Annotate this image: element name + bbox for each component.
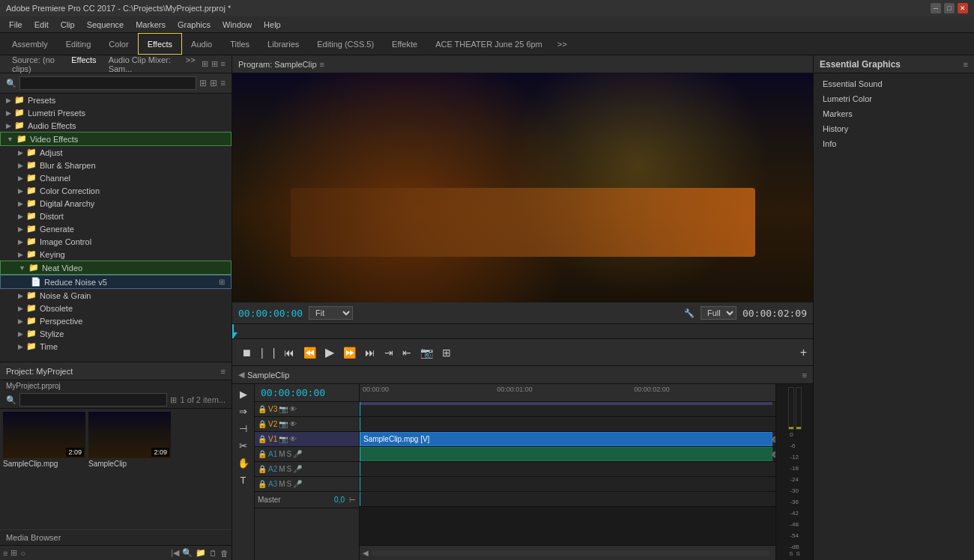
ripple-edit-tool[interactable]: ⊣ bbox=[238, 421, 249, 436]
menu-item-window[interactable]: Window bbox=[217, 16, 258, 32]
effect-category-channel[interactable]: ▶ 📁 Channel bbox=[0, 171, 232, 184]
effects-search-input[interactable] bbox=[19, 76, 196, 90]
effect-category-audio-effects[interactable]: ▶ 📁 Audio Effects bbox=[0, 119, 232, 132]
monitor-fit-select[interactable]: Fit 25% 50% 100% bbox=[309, 306, 353, 320]
menu-item-markers[interactable]: Markers bbox=[130, 16, 172, 32]
project-thumbnail-0[interactable]: 2:09 SampleClip.mpg bbox=[3, 412, 85, 525]
menu-item-edit[interactable]: Edit bbox=[28, 16, 55, 32]
media-browser-label[interactable]: Media Browser bbox=[0, 529, 232, 545]
project-new-item[interactable]: 🗒 bbox=[209, 549, 217, 558]
track-lock-icon[interactable]: 🔒 bbox=[258, 480, 267, 488]
close-button[interactable]: ✕ bbox=[958, 3, 968, 13]
project-delete[interactable]: 🗑 bbox=[220, 549, 229, 558]
effect-category-lumetri-presets[interactable]: ▶ 📁 Lumetri Presets bbox=[0, 106, 232, 119]
effect-category-perspective[interactable]: ▶ 📁 Perspective bbox=[0, 314, 232, 327]
project-slider[interactable]: ○ bbox=[20, 549, 25, 558]
project-list-view[interactable]: ≡ bbox=[3, 549, 7, 558]
effect-category-stylize[interactable]: ▶ 📁 Stylize bbox=[0, 327, 232, 340]
clip-end-handle[interactable] bbox=[772, 436, 775, 442]
video-clip-v1[interactable]: SampleClip.mpg [V] bbox=[360, 432, 772, 446]
track-solo-icon[interactable]: S bbox=[287, 465, 292, 473]
track-eye-icon[interactable]: 👁 bbox=[289, 420, 297, 428]
workspace-tab-libraries[interactable]: Libraries bbox=[258, 33, 308, 55]
go-out-button[interactable]: ⏭ bbox=[362, 345, 378, 360]
track-row-content-a2[interactable] bbox=[360, 462, 775, 477]
track-row-content-v2[interactable] bbox=[360, 417, 775, 432]
eg-item-essential-sound[interactable]: Essential Sound bbox=[814, 76, 974, 91]
effect-category-video-effects[interactable]: ▼ 📁 Video Effects bbox=[0, 132, 232, 146]
track-lock-icon[interactable]: 🔒 bbox=[258, 450, 267, 458]
eg-item-markers[interactable]: Markers bbox=[814, 106, 974, 121]
track-eye-icon[interactable]: 👁 bbox=[289, 435, 297, 443]
menu-item-graphics[interactable]: Graphics bbox=[172, 16, 217, 32]
menu-item-help[interactable]: Help bbox=[258, 16, 287, 32]
timeline-collapse-icon[interactable]: ◀ bbox=[238, 370, 244, 380]
multiview-button[interactable]: ⊞ bbox=[439, 345, 454, 360]
track-camera-icon[interactable]: 📷 bbox=[279, 420, 288, 428]
workspace-tab-audio[interactable]: Audio bbox=[182, 33, 221, 55]
workspace-tab-effects[interactable]: Effects bbox=[138, 33, 182, 55]
track-row-content-a3[interactable] bbox=[360, 477, 775, 492]
workspace-tab-editing[interactable]: Editing bbox=[57, 33, 100, 55]
menu-item-sequence[interactable]: Sequence bbox=[81, 16, 130, 32]
effect-category-digital-anarchy[interactable]: ▶ 📁 Digital Anarchy bbox=[0, 197, 232, 210]
track-lock-icon[interactable]: 🔒 bbox=[258, 420, 267, 428]
minimize-button[interactable]: ─ bbox=[931, 3, 941, 13]
workspace-tab-overflow[interactable]: >> bbox=[551, 40, 573, 49]
track-select-tool[interactable]: ⇒ bbox=[238, 404, 249, 419]
selection-tool[interactable]: ▶ bbox=[238, 387, 249, 401]
rewind-button[interactable]: ⏪ bbox=[300, 345, 319, 360]
project-thumbnail-1[interactable]: 2:09 SampleClip bbox=[88, 412, 171, 525]
effects-overflow[interactable]: >> bbox=[180, 55, 202, 73]
timeline-scroll-left[interactable]: ◀ bbox=[363, 549, 369, 557]
eg-item-history[interactable]: History bbox=[814, 121, 974, 136]
track-eye-icon[interactable]: 👁 bbox=[289, 405, 297, 413]
workspace-tab-ace-theater-june-25-6pm[interactable]: ACE THEATER June 25 6pm bbox=[426, 33, 551, 55]
workspace-tab-editing-(css.5)[interactable]: Editing (CSS.5) bbox=[308, 33, 383, 55]
track-camera-icon[interactable]: 📷 bbox=[279, 435, 288, 443]
effects-icon-btn2[interactable]: ⊞ bbox=[210, 78, 217, 88]
program-monitor-menu[interactable]: ≡ bbox=[320, 60, 324, 69]
workspace-tab-effekte[interactable]: Effekte bbox=[383, 33, 426, 55]
razor-tool[interactable]: ✂ bbox=[238, 439, 249, 453]
project-icon-view[interactable]: ⊞ bbox=[10, 548, 17, 558]
stop-button[interactable]: ⏹ bbox=[238, 345, 255, 360]
effect-category-generate[interactable]: ▶ 📁 Generate bbox=[0, 222, 232, 235]
track-row-content-master[interactable] bbox=[360, 492, 775, 507]
effect-category-blur-&-sharpen[interactable]: ▶ 📁 Blur & Sharpen bbox=[0, 159, 232, 171]
audio-clip-a1[interactable] bbox=[360, 447, 772, 461]
hand-tool[interactable]: ✋ bbox=[236, 456, 251, 470]
menu-item-file[interactable]: File bbox=[3, 16, 28, 32]
track-camera-icon[interactable]: 📷 bbox=[279, 405, 288, 413]
monitor-timeline-bar[interactable] bbox=[232, 323, 813, 338]
overwrite-button[interactable]: ⇤ bbox=[399, 345, 414, 360]
effect-item-reduce-noise-v5[interactable]: 📄 Reduce Noise v5 ⊞ bbox=[0, 275, 232, 289]
project-btn1[interactable]: |◀ bbox=[171, 548, 179, 558]
wrench-icon[interactable]: 🔧 bbox=[684, 308, 695, 318]
source-tab[interactable]: Source: (no clips) bbox=[6, 55, 65, 73]
add-button[interactable]: + bbox=[800, 346, 807, 359]
track-lock-icon[interactable]: 🔒 bbox=[258, 405, 267, 413]
track-speaker-icon[interactable]: M bbox=[279, 450, 285, 458]
clip-end-handle-a1[interactable] bbox=[772, 451, 775, 457]
effect-category-presets[interactable]: ▶ 📁 Presets bbox=[0, 94, 232, 106]
project-icon1[interactable]: ⊞ bbox=[170, 395, 177, 405]
track-solo-icon[interactable]: S bbox=[287, 450, 292, 458]
fast-forward-button[interactable]: ⏩ bbox=[340, 345, 359, 360]
effects-icon1[interactable]: ⊞ bbox=[202, 59, 208, 69]
effects-icon-btn3[interactable]: ≡ bbox=[220, 78, 226, 88]
effect-category-image-control[interactable]: ▶ 📁 Image Control bbox=[0, 235, 232, 248]
maximize-button[interactable]: □ bbox=[944, 3, 955, 13]
track-lock-icon[interactable]: 🔒 bbox=[258, 435, 267, 443]
project-search-input[interactable] bbox=[19, 393, 167, 407]
track-row-content-a1[interactable] bbox=[360, 447, 775, 462]
effect-category-distort[interactable]: ▶ 📁 Distort bbox=[0, 210, 232, 222]
monitor-quality-select[interactable]: Full 1/2 1/4 bbox=[701, 306, 736, 320]
effect-category-obsolete[interactable]: ▶ 📁 Obsolete bbox=[0, 302, 232, 314]
project-search-btn[interactable]: 🔍 bbox=[182, 548, 193, 558]
effect-category-neat-video[interactable]: ▼ 📁 Neat Video bbox=[0, 261, 232, 275]
timeline-panel-menu[interactable]: ≡ bbox=[802, 371, 807, 380]
project-panel-menu[interactable]: ≡ bbox=[221, 367, 226, 376]
effect-category-keying[interactable]: ▶ 📁 Keying bbox=[0, 248, 232, 261]
effects-icon2[interactable]: ⊞ bbox=[211, 59, 218, 69]
